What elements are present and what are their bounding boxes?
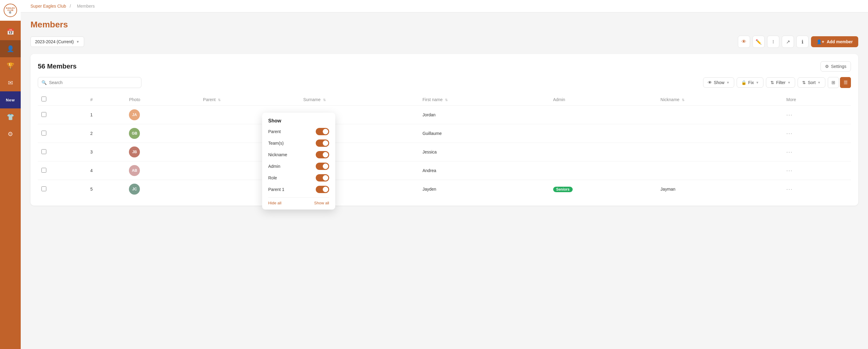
show-item-role: Role (268, 174, 329, 181)
add-member-label: Add member (827, 39, 853, 44)
row-more[interactable]: ··· (783, 124, 851, 143)
filter-label: Filter (776, 80, 785, 85)
new-label: New (6, 98, 15, 102)
search-wrap: 🔍 (38, 77, 142, 88)
row-select-checkbox[interactable] (41, 112, 46, 117)
row-more[interactable]: ··· (783, 106, 851, 124)
sort-label: Sort (808, 80, 815, 85)
row-select-checkbox[interactable] (41, 131, 46, 136)
row-more[interactable]: ··· (783, 180, 851, 199)
avatar: JC (129, 184, 140, 195)
show-button[interactable]: 👁 Show ▼ (703, 77, 734, 88)
surname-sort-icon: ⇅ (323, 98, 326, 102)
members-count: 56 Members (38, 63, 76, 70)
nickname-sort-icon: ⇅ (682, 98, 684, 102)
fix-label: Fix (748, 80, 754, 85)
col-parent: Parent ⇅ (199, 94, 300, 106)
show-teams-toggle[interactable] (316, 139, 329, 147)
toolbar-row: 2023-2024 (Current) ▼ 👁 ✏️ ⫶ ↗ ℹ (30, 36, 858, 48)
sidebar-item-trophy[interactable]: 🏆 (0, 57, 21, 74)
settings-label: Settings (831, 64, 846, 69)
fix-button[interactable]: 🔒 Fix ▼ (737, 77, 764, 88)
sidebar-item-mail[interactable]: ✉ (0, 74, 21, 91)
chevron-down-icon: ▼ (817, 81, 821, 84)
select-all-checkbox[interactable] (41, 97, 46, 101)
season-label: 2023-2024 (Current) (35, 39, 74, 44)
eye-icon-btn[interactable]: 👁 (738, 36, 750, 48)
row-photo: GB (125, 124, 199, 143)
add-member-button[interactable]: 👤+ Add member (811, 36, 858, 47)
sort-button[interactable]: ⇅ Sort ▼ (798, 77, 825, 88)
row-firstname: Jayden (419, 180, 550, 199)
show-item-teams: Team(s) (268, 139, 329, 147)
row-photo: JC (125, 180, 199, 199)
more-options-icon[interactable]: ··· (786, 149, 793, 155)
row-nickname (657, 124, 783, 143)
show-nickname-toggle[interactable] (316, 151, 329, 159)
more-options-icon[interactable]: ··· (786, 112, 793, 118)
row-num: 3 (87, 143, 125, 162)
sidebar-item-members[interactable]: 👤 (0, 40, 21, 57)
lock-icon: 🔒 (741, 80, 746, 85)
more-options-icon[interactable]: ··· (786, 186, 793, 192)
filter-button[interactable]: ⇅ Filter ▼ (766, 77, 795, 88)
settings-button[interactable]: ⚙ Settings (820, 61, 851, 72)
list-view-button[interactable]: ☰ (840, 77, 851, 88)
breadcrumb: Super Eagles Club / Members (30, 4, 97, 8)
info-icon: ℹ (802, 39, 803, 45)
sort-icon: ⇅ (802, 80, 806, 85)
members-icon: 👤 (7, 45, 14, 53)
show-admin-toggle[interactable] (316, 163, 329, 170)
logo[interactable]: EAGLESCLUB⚽ (0, 0, 21, 21)
hide-all-link[interactable]: Hide all (268, 201, 281, 205)
show-parent1-toggle[interactable] (316, 186, 329, 193)
row-checkbox (38, 180, 87, 199)
chevron-down-icon: ▼ (76, 40, 80, 43)
row-num: 4 (87, 162, 125, 180)
chevron-down-icon: ▼ (726, 81, 730, 84)
members-card: 56 Members ⚙ Settings 🔍 👁 Show ▼ (30, 54, 858, 206)
logo-circle: EAGLESCLUB⚽ (4, 4, 17, 17)
row-admin: Seniors (550, 180, 657, 199)
show-role-toggle[interactable] (316, 174, 329, 181)
grid-view-button[interactable]: ⊞ (828, 77, 839, 88)
more-options-icon[interactable]: ··· (786, 130, 793, 136)
members-header: 56 Members ⚙ Settings (38, 61, 851, 72)
settings-icon: ⚙ (8, 130, 13, 138)
row-more[interactable]: ··· (783, 162, 851, 180)
breadcrumb-club[interactable]: Super Eagles Club (30, 4, 66, 8)
sidebar-item-new[interactable]: New (0, 91, 21, 108)
row-select-checkbox[interactable] (41, 149, 46, 154)
sidebar-item-shirt[interactable]: 👕 (0, 108, 21, 126)
row-photo: AB (125, 162, 199, 180)
row-more[interactable]: ··· (783, 143, 851, 162)
search-input[interactable] (38, 77, 142, 88)
row-nickname (657, 106, 783, 124)
columns-icon-btn[interactable]: ⫶ (767, 36, 779, 48)
row-nickname (657, 162, 783, 180)
row-select-checkbox[interactable] (41, 186, 46, 191)
show-parent-toggle[interactable] (316, 128, 329, 135)
more-options-icon[interactable]: ··· (786, 168, 793, 174)
avatar: JB (129, 146, 140, 158)
show-item-admin: Admin (268, 163, 329, 170)
admin-badge: Seniors (553, 187, 573, 192)
sidebar-item-calendar[interactable]: 📅 (0, 23, 21, 40)
sidebar-item-settings[interactable]: ⚙ (0, 126, 21, 142)
show-all-link[interactable]: Show all (314, 201, 329, 205)
share-icon-btn[interactable]: ↗ (782, 36, 794, 48)
members-table: # Photo Parent ⇅ Surname ⇅ First name ⇅ … (38, 94, 851, 198)
row-firstname: Guillaume (419, 124, 550, 143)
calendar-icon: 📅 (7, 28, 14, 35)
info-icon-btn[interactable]: ℹ (796, 36, 809, 48)
table-row: 3 JB Bennett Jessica ··· (38, 143, 851, 162)
share-icon: ↗ (786, 39, 790, 45)
parent-sort-icon: ⇅ (218, 98, 221, 102)
edit-icon-btn[interactable]: ✏️ (752, 36, 765, 48)
gear-icon: ⚙ (825, 64, 829, 69)
filter-row: 🔍 👁 Show ▼ 🔒 Fix ▼ ⇅ (38, 77, 851, 88)
season-select[interactable]: 2023-2024 (Current) ▼ (30, 37, 84, 47)
header: Super Eagles Club / Members (21, 0, 868, 12)
avatar: GB (129, 128, 140, 139)
row-select-checkbox[interactable] (41, 168, 46, 173)
